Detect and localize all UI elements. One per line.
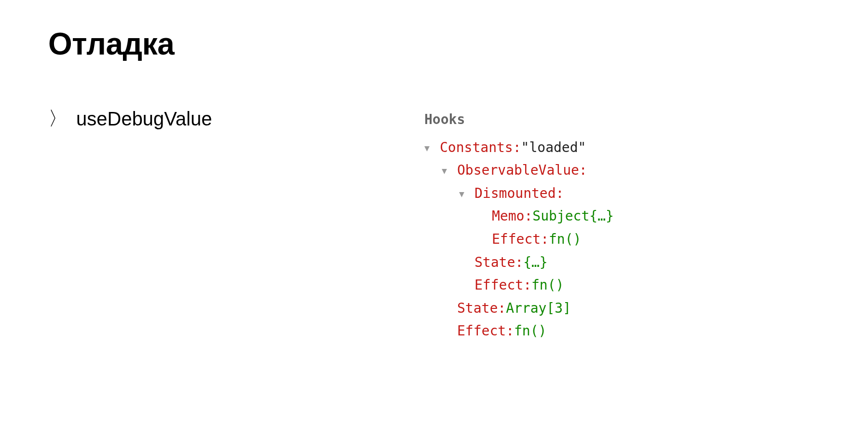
tree-key: Effect:: [475, 274, 531, 297]
tree-value: fn(): [531, 274, 564, 297]
tree-value: "loaded": [521, 136, 586, 159]
tree-key: Dismounted:: [475, 182, 564, 205]
tree-row[interactable]: State: {…}: [424, 251, 820, 274]
tree-value: {…}: [523, 251, 548, 274]
tree-key: Effect:: [492, 228, 549, 251]
tree-value: Subject{…}: [532, 205, 614, 228]
hooks-tree: ▼Constants: "loaded"▼ObservableValue:▼Di…: [424, 136, 820, 343]
left-column: 〉 useDebugValue: [48, 108, 405, 343]
tree-key: Constants:: [440, 136, 521, 159]
tree-key: Memo:: [492, 205, 532, 228]
content-row: 〉 useDebugValue Hooks ▼Constants: "loade…: [48, 108, 820, 343]
tree-row[interactable]: ▼ObservableValue:: [424, 159, 820, 182]
tree-row[interactable]: State: Array[3]: [424, 297, 820, 320]
chevron-right-icon: 〉: [48, 109, 68, 128]
tree-key: Effect:: [457, 319, 514, 343]
caret-down-icon[interactable]: ▼: [424, 141, 440, 156]
hooks-panel: Hooks ▼Constants: "loaded"▼ObservableVal…: [424, 108, 820, 343]
caret-down-icon[interactable]: ▼: [442, 164, 457, 179]
tree-row[interactable]: Effect: fn(): [424, 274, 820, 297]
tree-value: fn(): [514, 319, 546, 343]
tree-key: State:: [457, 297, 506, 320]
bullet-item: 〉 useDebugValue: [48, 108, 405, 130]
tree-value: fn(): [549, 228, 581, 251]
caret-down-icon[interactable]: ▼: [459, 187, 475, 202]
tree-row[interactable]: Effect: fn(): [424, 228, 820, 251]
tree-row[interactable]: ▼Dismounted:: [424, 182, 820, 205]
page-title: Отладка: [48, 26, 820, 62]
hooks-heading: Hooks: [424, 108, 820, 131]
tree-row[interactable]: Memo: Subject{…}: [424, 205, 820, 228]
tree-row[interactable]: Effect: fn(): [424, 319, 820, 343]
tree-row[interactable]: ▼Constants: "loaded": [424, 136, 820, 159]
tree-key: ObservableValue:: [457, 159, 587, 182]
tree-value: Array[3]: [506, 297, 571, 320]
bullet-label: useDebugValue: [76, 108, 212, 130]
slide: Отладка 〉 useDebugValue Hooks ▼Constants…: [0, 0, 868, 444]
tree-key: State:: [475, 251, 523, 274]
